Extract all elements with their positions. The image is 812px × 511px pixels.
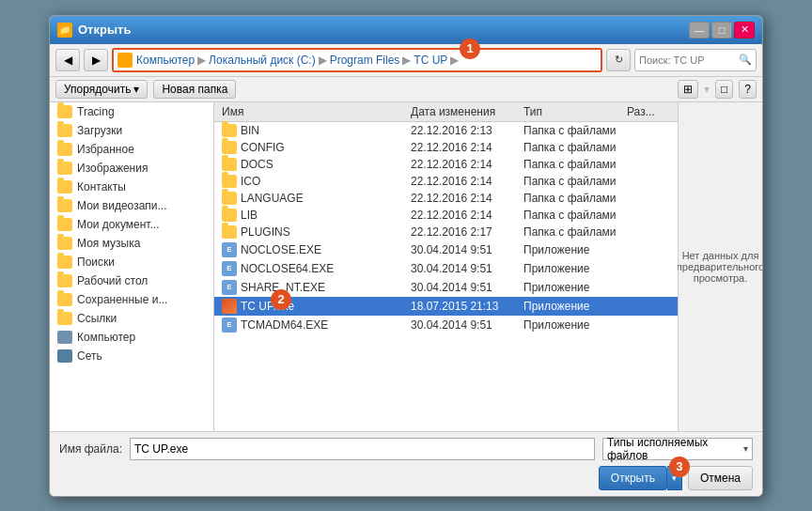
badge-1: 1 [460,39,480,59]
folder-icon [57,180,72,194]
forward-button[interactable]: ▶ [84,49,108,71]
folder-icon [57,256,72,269]
sidebar-item-downloads[interactable]: Загрузки [50,121,213,140]
file-list-header: Имя Дата изменения Тип Раз... [214,102,678,122]
maximize-button[interactable]: □ [711,22,732,39]
bottom-bar: Имя файла: Типы исполняемых файлов ▾ Отк… [50,431,762,496]
col-header-name[interactable]: Имя [218,105,411,118]
sort-toolbar: Упорядочить ▾ Новая папка ⊞ ▾ □ ? [50,77,762,102]
search-box: 🔍 [634,49,757,71]
title-bar: 📁 Открыть — □ ✕ [50,16,762,44]
sidebar-item-images[interactable]: Изображения [50,159,213,178]
preview-text: Нет данных для предварительного просмотр… [677,250,763,284]
folder-icon [57,237,72,250]
col-header-type[interactable]: Тип [523,105,627,118]
folder-icon [222,124,237,137]
badge-3: 3 [669,457,690,477]
bc-programfiles[interactable]: Program Files [330,54,400,67]
bc-tcup[interactable]: TC UP [414,54,447,67]
sidebar-item-contacts[interactable]: Контакты [50,178,213,196]
view-grid-button[interactable]: ⊞ [678,80,698,99]
badge-2: 2 [271,289,291,310]
network-icon [57,349,72,363]
folder-icon [57,199,72,212]
sort-button[interactable]: Упорядочить ▾ [55,80,148,99]
sidebar: Tracing Загрузки Избранное Изображения К… [50,102,214,431]
exe-icon: E [222,317,237,333]
sidebar-item-computer[interactable]: Компьютер [50,328,213,347]
combo-arrow: ▾ [743,443,748,454]
dialog-window: 📁 Открыть — □ ✕ ◀ ▶ Компьютер ▶ Локальны… [49,15,763,497]
col-header-date[interactable]: Дата изменения [411,105,523,118]
folder-icon [222,175,237,188]
file-row-noclose64[interactable]: ENOCLOSE64.EXE 30.04.2014 9:51 Приложени… [214,259,678,278]
file-row-noclose[interactable]: ENOCLOSE.EXE 30.04.2014 9:51 Приложение [214,240,678,259]
sidebar-item-videos[interactable]: Мои видеозапи... [50,196,213,215]
folder-icon [57,143,72,156]
folder-icon [222,209,237,222]
new-folder-button[interactable]: Новая папка [153,80,236,99]
navigation-toolbar: ◀ ▶ Компьютер ▶ Локальный диск (C:) ▶ Pr… [50,44,762,77]
exe-icon: E [222,261,237,276]
folder-icon [222,225,237,239]
sidebar-item-tracing[interactable]: Tracing [50,102,213,121]
sidebar-item-saved[interactable]: Сохраненные и... [50,290,213,309]
action-row: Открыть ▾ 3 Отмена [59,466,753,490]
close-button[interactable]: ✕ [734,22,755,39]
bc-drive[interactable]: Локальный диск (C:) [209,54,316,67]
title-bar-left: 📁 Открыть [57,23,131,38]
sidebar-item-music[interactable]: Моя музыка [50,234,213,253]
file-list-container: Имя Дата изменения Тип Раз... BIN 22.12.… [214,102,678,431]
folder-icon [222,141,237,154]
file-row-plugins[interactable]: PLUGINS 22.12.2016 2:17 Папка с файлами [214,224,678,240]
file-row-bin[interactable]: BIN 22.12.2016 2:13 Папка с файлами [214,122,678,139]
sidebar-item-favorites[interactable]: Избранное [50,140,213,159]
folder-icon [57,162,72,175]
title-controls: — □ ✕ [689,22,755,39]
folder-icon [57,218,72,231]
file-row-ico[interactable]: ICO 22.12.2016 2:14 Папка с файлами [214,173,678,190]
file-row-language[interactable]: LANGUAGE 22.12.2016 2:14 Папка с файлами [214,190,678,207]
folder-icon [57,312,72,325]
help-button[interactable]: ? [739,80,757,99]
folder-icon [57,293,72,306]
sidebar-item-desktop[interactable]: Рабочий стол [50,271,213,290]
folder-icon [57,124,72,137]
file-row-tcmadm[interactable]: ETCMADM64.EXE 30.04.2014 9:51 Приложение [214,316,678,334]
exe-icon: E [222,280,237,295]
preview-panel: Нет данных для предварительного просмотр… [678,102,762,431]
filename-row: Имя файла: Типы исполняемых файлов ▾ [59,438,753,460]
folder-icon [222,192,237,205]
view-detail-button[interactable]: □ [715,80,733,99]
file-row-lib[interactable]: LIB 22.12.2016 2:14 Папка с файлами [214,207,678,224]
tc-exe-icon [222,299,237,314]
main-content: Tracing Загрузки Избранное Изображения К… [50,102,762,431]
search-input[interactable] [639,54,739,66]
file-row-config[interactable]: CONFIG 22.12.2016 2:14 Папка с файлами [214,139,678,156]
refresh-button[interactable]: ↻ [606,49,631,71]
sidebar-item-documents[interactable]: Мои документ... [50,215,213,234]
computer-icon [57,331,72,344]
filename-input[interactable] [130,438,595,460]
search-icon: 🔍 [739,54,752,66]
folder-icon [57,274,72,287]
bc-computer[interactable]: Компьютер [136,54,195,67]
back-button[interactable]: ◀ [55,49,80,71]
dialog-title: Открыть [78,23,131,37]
sidebar-item-network[interactable]: Сеть [50,347,213,365]
filename-label: Имя файла: [59,442,122,456]
file-row-docs[interactable]: DOCS 22.12.2016 2:14 Папка с файлами [214,156,678,173]
file-row-tcup[interactable]: TC UP.exe 18.07.2015 21:13 Приложение 2 [214,297,678,316]
minimize-button[interactable]: — [689,22,710,39]
open-button[interactable]: Открыть [599,466,667,490]
cancel-button[interactable]: Отмена [688,466,753,490]
sidebar-item-searches[interactable]: Поиски [50,253,213,271]
folder-icon [222,158,237,171]
folder-icon [57,105,72,118]
breadcrumb-bar[interactable]: Компьютер ▶ Локальный диск (C:) ▶ Progra… [112,48,602,72]
exe-icon: E [222,242,237,257]
sidebar-item-links[interactable]: Ссылки [50,309,213,328]
dialog-icon: 📁 [57,23,72,38]
breadcrumb-icon [117,53,133,68]
col-header-size[interactable]: Раз... [627,105,674,118]
